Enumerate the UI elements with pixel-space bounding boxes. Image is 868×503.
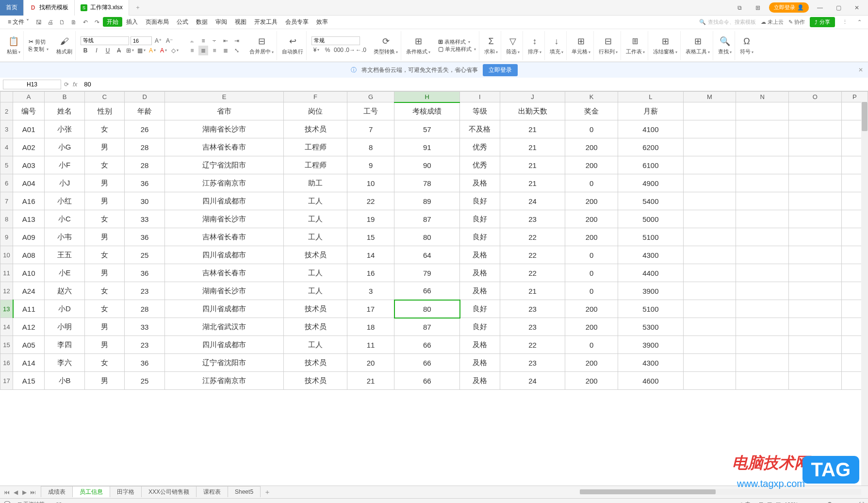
cell[interactable]: 及格 <box>460 246 500 264</box>
row-header-9[interactable]: 9 <box>0 228 13 246</box>
cell[interactable]: A01 <box>13 120 45 138</box>
cell[interactable]: 良好 <box>460 192 500 210</box>
sheet-tab-成绩表[interactable]: 成绩表 <box>41 486 73 497</box>
cell[interactable]: 14 <box>347 246 394 264</box>
cell[interactable]: 江苏省南京市 <box>164 372 283 390</box>
cell[interactable]: 200 <box>565 300 618 318</box>
cell[interactable]: 小E <box>45 264 85 282</box>
clear-format-button[interactable]: ◇▾ <box>170 46 180 55</box>
freeze-button[interactable]: ⊞冻结窗格▾ <box>653 35 677 55</box>
italic-button[interactable]: I <box>92 46 101 55</box>
cell[interactable]: 男 <box>84 228 125 246</box>
cell[interactable]: 技术员 <box>284 318 347 336</box>
cell[interactable]: 4400 <box>618 264 684 282</box>
align-top-button[interactable]: ⫠ <box>187 36 197 46</box>
rows-cols-button[interactable]: ⊟行和列▾ <box>599 35 618 55</box>
cell[interactable]: 技术员 <box>284 372 347 390</box>
header-cell[interactable]: 考核成绩 <box>394 102 460 120</box>
decrease-font-icon[interactable]: A⁻ <box>164 36 174 46</box>
cell[interactable]: 工程师 <box>284 156 347 174</box>
close-button[interactable]: ✕ <box>850 0 864 15</box>
cell[interactable]: A14 <box>13 354 45 372</box>
sum-button[interactable]: Σ求和▾ <box>484 35 498 55</box>
cell[interactable]: 36 <box>125 228 165 246</box>
maximize-button[interactable]: ▢ <box>831 0 846 15</box>
header-cell[interactable]: 工号 <box>347 102 394 120</box>
cell[interactable]: 女 <box>84 210 125 228</box>
cell[interactable]: 15 <box>347 228 394 246</box>
apps-icon[interactable]: ⊞ <box>751 0 765 15</box>
cell[interactable]: 及格 <box>460 336 500 354</box>
cell[interactable]: 4300 <box>618 246 684 264</box>
cell[interactable]: 5300 <box>618 318 684 336</box>
cell[interactable]: 18 <box>347 318 394 336</box>
increase-decimal-button[interactable]: .0→ <box>345 45 355 55</box>
cell[interactable]: 87 <box>394 210 460 228</box>
cell[interactable]: 四川省成都市 <box>164 300 283 318</box>
cell[interactable]: 湖北省武汉市 <box>164 318 283 336</box>
cond-format-button[interactable]: ⊞ 条件格式▾ <box>406 35 430 55</box>
cell[interactable]: 66 <box>394 282 460 300</box>
cell[interactable]: 21 <box>500 282 565 300</box>
cell[interactable]: 16 <box>347 264 394 282</box>
save-icon[interactable]: 🖫 <box>34 17 44 27</box>
row-header-7[interactable]: 7 <box>0 192 13 210</box>
cell[interactable]: 男 <box>84 336 125 354</box>
cell[interactable]: 女 <box>84 156 125 174</box>
col-header-E[interactable]: E <box>164 92 283 102</box>
cell[interactable]: 赵六 <box>45 282 85 300</box>
cell[interactable]: 23 <box>500 210 565 228</box>
cell[interactable]: 5000 <box>618 210 684 228</box>
cell[interactable]: 3900 <box>618 336 684 354</box>
merge-button[interactable]: ⊟ 合并居中▾ <box>249 35 274 55</box>
cell[interactable]: 及格 <box>460 354 500 372</box>
cell[interactable]: 3900 <box>618 282 684 300</box>
col-header-P[interactable]: P <box>841 92 868 102</box>
redo-icon[interactable]: ↷ <box>92 17 102 27</box>
cell[interactable]: 及格 <box>460 174 500 192</box>
view-reading-icon[interactable]: ▤ <box>776 501 781 503</box>
cell[interactable]: 湖南省长沙市 <box>164 210 283 228</box>
col-header-K[interactable]: K <box>565 92 618 102</box>
cell[interactable]: 及格 <box>460 282 500 300</box>
cell[interactable]: 200 <box>565 156 618 174</box>
font-name-select[interactable] <box>81 36 129 45</box>
cell[interactable]: 李六 <box>45 354 85 372</box>
sheet-tab-课程表[interactable]: 课程表 <box>196 486 228 497</box>
cell[interactable]: 小红 <box>45 192 85 210</box>
cell[interactable]: 21 <box>500 138 565 156</box>
horizontal-scrollbar[interactable] <box>580 489 861 495</box>
menu-会员专享[interactable]: 会员专享 <box>281 17 312 27</box>
cell[interactable]: 小B <box>45 372 85 390</box>
cell[interactable]: 3 <box>347 282 394 300</box>
cell[interactable]: 小张 <box>45 120 85 138</box>
cell[interactable]: 工人 <box>284 192 347 210</box>
sort-button[interactable]: ↕排序▾ <box>528 35 541 55</box>
cell[interactable]: 良好 <box>460 210 500 228</box>
header-cell[interactable]: 编号 <box>13 102 45 120</box>
menu-页面布局[interactable]: 页面布局 <box>142 17 173 27</box>
cell[interactable]: 男 <box>84 174 125 192</box>
menu-开始[interactable]: 开始 <box>103 17 122 27</box>
cell[interactable]: 21 <box>500 156 565 174</box>
cloud-status[interactable]: ☁ 未上云 <box>761 18 784 26</box>
cell[interactable]: 36 <box>125 354 165 372</box>
cell[interactable]: A11 <box>13 300 45 318</box>
cell[interactable]: 女 <box>84 300 125 318</box>
cell[interactable]: 66 <box>394 372 460 390</box>
cell[interactable]: 技术员 <box>284 120 347 138</box>
cell[interactable]: 湖南省长沙市 <box>164 282 283 300</box>
cells-button[interactable]: ⊞单元格▾ <box>572 35 590 55</box>
row-header-8[interactable]: 8 <box>0 210 13 228</box>
sheet-tab-XXX公司销售额[interactable]: XXX公司销售额 <box>141 486 197 497</box>
row-header-6[interactable]: 6 <box>0 174 13 192</box>
add-sheet-button[interactable]: ＋ <box>260 488 275 497</box>
cell[interactable]: 80 <box>394 228 460 246</box>
fill-color-button[interactable]: ▦▾ <box>136 46 146 55</box>
cell[interactable]: 80 <box>394 300 460 318</box>
col-header-F[interactable]: F <box>284 92 347 102</box>
cell[interactable]: 64 <box>394 246 460 264</box>
cell[interactable]: 0 <box>565 174 618 192</box>
calc-label[interactable]: ⊞ 工资结算 ▾ <box>17 501 49 503</box>
row-header-15[interactable]: 15 <box>0 336 13 354</box>
